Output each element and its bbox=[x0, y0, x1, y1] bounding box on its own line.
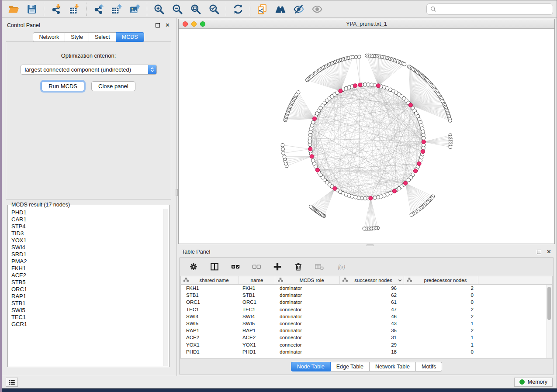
table-scrollbar[interactable] bbox=[547, 285, 552, 358]
import-network-icon[interactable] bbox=[47, 3, 65, 16]
search-input[interactable] bbox=[439, 6, 549, 13]
cell: PHD1 bbox=[181, 349, 239, 354]
table-row[interactable]: FKH1FKH1dominator962 bbox=[181, 285, 552, 292]
delete-icon[interactable] bbox=[293, 261, 304, 272]
deselect-all-icon[interactable] bbox=[251, 261, 262, 272]
select-all-icon[interactable] bbox=[230, 261, 241, 272]
mcds-result-item[interactable]: TID3 bbox=[8, 230, 163, 237]
zoom-in-icon[interactable] bbox=[150, 3, 168, 16]
export-table-icon[interactable] bbox=[107, 3, 126, 16]
close-panel-icon[interactable]: ✕ bbox=[165, 23, 170, 28]
tab-network[interactable]: Network bbox=[33, 32, 65, 42]
mcds-result-item[interactable]: CAR1 bbox=[8, 216, 163, 223]
copy-network-icon[interactable] bbox=[253, 3, 271, 16]
tab-select[interactable]: Select bbox=[89, 32, 116, 42]
main-toolbar bbox=[2, 0, 557, 18]
toolbar-group bbox=[2, 3, 44, 16]
column-header-MCDS-role[interactable]: MCDS role bbox=[275, 276, 340, 284]
cell: YOX1 bbox=[181, 342, 239, 347]
mcds-result-item[interactable]: FKH1 bbox=[8, 265, 163, 272]
column-header-shared-name[interactable]: shared name bbox=[181, 276, 239, 284]
search-box[interactable] bbox=[426, 3, 553, 15]
cell: SWI5 bbox=[239, 321, 275, 326]
run-mcds-button[interactable]: Run MCDS bbox=[42, 81, 84, 91]
mcds-result-item[interactable]: STB5 bbox=[8, 279, 163, 286]
mcds-result-item[interactable]: ACE2 bbox=[8, 272, 163, 279]
save-icon[interactable] bbox=[23, 3, 41, 16]
mcds-result-item[interactable]: SRD1 bbox=[8, 251, 163, 258]
table-toolbar: f(x) bbox=[180, 258, 554, 276]
splitter-grip[interactable] bbox=[367, 244, 374, 246]
tab-style[interactable]: Style bbox=[65, 32, 89, 42]
zoom-out-icon[interactable] bbox=[168, 3, 187, 16]
float-panel-icon[interactable] bbox=[156, 23, 160, 28]
mcds-result-item[interactable]: SWI4 bbox=[8, 244, 163, 251]
network-window: YPA_prune.txt_1 bbox=[178, 19, 555, 244]
table-row[interactable]: PHD1PHD1dominator180 bbox=[181, 348, 552, 355]
memory-label: Memory bbox=[528, 379, 547, 385]
column-header-filler bbox=[478, 276, 552, 284]
mcds-result-item[interactable]: RAP1 bbox=[8, 293, 163, 300]
close-panel-icon[interactable]: ✕ bbox=[547, 250, 551, 254]
import-table-icon[interactable] bbox=[65, 3, 83, 16]
table-scrollbar-thumb[interactable] bbox=[547, 287, 551, 320]
network-titlebar[interactable]: YPA_prune.txt_1 bbox=[179, 19, 554, 29]
mcds-result-item[interactable]: STB1 bbox=[8, 300, 163, 307]
zoom-selected-icon[interactable] bbox=[205, 3, 223, 16]
cell: 1 bbox=[404, 335, 478, 340]
gear-icon[interactable] bbox=[188, 261, 199, 272]
table-row[interactable]: SWI5SWI5connector431 bbox=[181, 320, 552, 327]
column-header-successor-nodes[interactable]: successor nodes bbox=[340, 276, 404, 284]
app-window: Control Panel ✕ NetworkStyleSelectMCDS O… bbox=[2, 0, 557, 389]
table-row[interactable]: RAP1RAP1dominator352 bbox=[181, 327, 552, 334]
tab-edge-table[interactable]: Edge Table bbox=[331, 362, 370, 371]
export-network-icon[interactable] bbox=[89, 3, 107, 16]
node-table: shared namenameMCDS rolesuccessor nodesp… bbox=[180, 276, 553, 359]
mcds-result-item[interactable]: PHD1 bbox=[8, 209, 163, 216]
table-row[interactable]: ACE2ACE2connector311 bbox=[181, 334, 552, 341]
tab-motifs[interactable]: Motifs bbox=[416, 362, 442, 371]
mcds-result-item[interactable]: STP4 bbox=[8, 223, 163, 230]
refresh-icon[interactable] bbox=[229, 3, 247, 16]
horizontal-splitter[interactable] bbox=[178, 244, 555, 247]
tab-network-table[interactable]: Network Table bbox=[370, 362, 416, 371]
mcds-result-item[interactable]: SWI5 bbox=[8, 307, 163, 314]
table-row[interactable]: YOX1YOX1connector291 bbox=[181, 341, 552, 348]
export-image-icon[interactable] bbox=[126, 3, 144, 16]
cell: STB1 bbox=[181, 292, 239, 298]
table-row[interactable]: SWI4SWI4dominator462 bbox=[181, 313, 552, 320]
toolbar-group bbox=[226, 3, 250, 16]
mcds-result-item[interactable]: ORC1 bbox=[8, 286, 163, 293]
task-history-button[interactable] bbox=[6, 378, 18, 387]
cell: TEC1 bbox=[181, 307, 239, 312]
add-icon[interactable] bbox=[272, 261, 283, 272]
column-header-predecessor-nodes[interactable]: predecessor nodes bbox=[404, 276, 478, 284]
cell: FKH1 bbox=[239, 285, 275, 291]
float-panel-icon[interactable] bbox=[537, 250, 541, 254]
table-row[interactable]: ORC1ORC1dominator610 bbox=[181, 299, 552, 306]
table-row[interactable]: TEC1TEC1connector472 bbox=[181, 306, 552, 313]
mcds-result-item[interactable]: PMA2 bbox=[8, 258, 163, 265]
close-panel-button[interactable]: Close panel bbox=[91, 81, 135, 91]
mcds-list-scrollbar[interactable] bbox=[163, 209, 168, 366]
binoculars-icon[interactable] bbox=[271, 3, 290, 16]
memory-button[interactable]: Memory bbox=[514, 378, 553, 387]
split-columns-icon[interactable] bbox=[209, 261, 220, 272]
splitter-grip[interactable] bbox=[176, 189, 178, 196]
mcds-result-item[interactable]: YOX1 bbox=[8, 237, 163, 244]
optimization-criterion-select[interactable]: largest connected component (undirected) bbox=[21, 65, 157, 75]
tab-node-table[interactable]: Node Table bbox=[291, 362, 331, 371]
tree-icon bbox=[343, 278, 348, 283]
cell: 43 bbox=[340, 321, 404, 326]
table-row[interactable]: STB1STB1dominator620 bbox=[181, 292, 552, 299]
zoom-fit-icon[interactable] bbox=[187, 3, 205, 16]
tab-mcds[interactable]: MCDS bbox=[116, 32, 144, 42]
mcds-result-item[interactable]: GCR1 bbox=[8, 321, 163, 328]
hide-selected-icon[interactable] bbox=[290, 3, 308, 16]
open-icon[interactable] bbox=[4, 3, 23, 16]
column-header-name[interactable]: name bbox=[239, 276, 275, 284]
optimization-criterion-label: Optimization criterion: bbox=[6, 52, 171, 59]
vertical-splitter[interactable] bbox=[175, 18, 178, 376]
mcds-result-item[interactable]: TEC1 bbox=[8, 314, 163, 321]
network-canvas[interactable] bbox=[179, 29, 554, 244]
